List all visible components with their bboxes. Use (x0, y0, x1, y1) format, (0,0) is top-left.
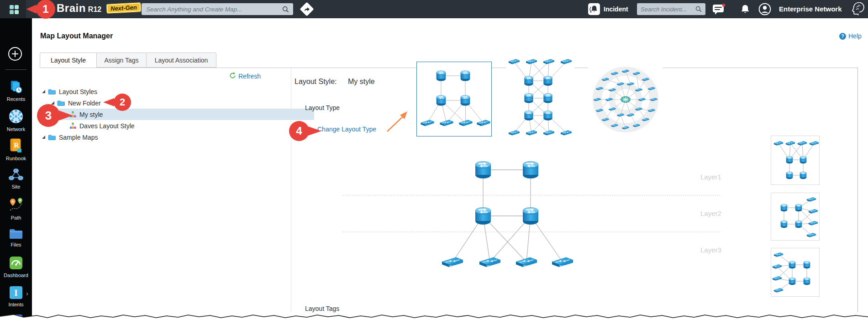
path-pins-icon: A B (8, 197, 24, 214)
sidebar-item-files[interactable]: Files (0, 227, 32, 247)
sidebar-divider (5, 69, 26, 70)
tree-item-sample-maps[interactable]: Sample Maps (40, 131, 287, 143)
app-launcher-tile[interactable] (0, 0, 26, 18)
layout-style-value: My style (348, 78, 375, 86)
sidebar-item-network[interactable]: Network (0, 109, 32, 132)
layout-type-symmetric-thumbnail[interactable] (506, 48, 574, 139)
incident-search-box (637, 3, 705, 15)
intents-expand-chevron[interactable]: › (26, 289, 28, 297)
tree-item-daves-layout-style[interactable]: Daves Layout Style (40, 120, 314, 131)
next-gen-badge: Next-Gen (106, 2, 142, 14)
radial-topology-preview (588, 62, 663, 137)
tab-layout-style[interactable]: Layout Style (40, 52, 97, 68)
incident-app-icon[interactable] (588, 3, 600, 17)
tree-item-my-style[interactable]: My style (40, 109, 314, 120)
svg-text:I: I (14, 288, 17, 298)
page-title: Map Layout Manager (40, 32, 113, 40)
network-globe-icon (8, 109, 24, 125)
layout-direction-option-up[interactable] (771, 136, 820, 185)
layout-type-label: Layout Type (305, 104, 340, 111)
torn-edge-decoration (0, 312, 868, 320)
layer1-label: Layer1 (700, 173, 721, 181)
layout-type-radial-thumbnail[interactable] (588, 62, 663, 137)
svg-text:R: R (14, 142, 19, 149)
layout-tags-label: Layout Tags (305, 305, 339, 312)
annotation-badge-1: 1 (36, 0, 55, 19)
right-border-line (857, 68, 858, 312)
messages-icon[interactable] (712, 4, 725, 17)
tab-bar: Layout Style Assign Tags Layout Associat… (40, 52, 216, 68)
layer2-label: Layer2 (700, 210, 721, 217)
netbrain-logo: Brain R12 (57, 2, 101, 15)
sidebar-item-runbook[interactable]: R Runbook (0, 138, 32, 161)
svg-text:A: A (11, 200, 14, 203)
site-tree-icon (8, 168, 24, 183)
sidebar-item-dashboard[interactable]: Dashboard (0, 256, 32, 278)
layout-style-icon (69, 122, 76, 129)
tree-item-new-folder[interactable]: New Folder (40, 97, 296, 109)
tenant-name-label[interactable]: Enterprise Network (779, 5, 842, 13)
sidebar-item-recents[interactable]: Recents (0, 79, 32, 102)
switch-device-label: EX (487, 264, 492, 268)
sidebar-item-path[interactable]: A B Path (0, 197, 32, 220)
incident-search-icon[interactable] (695, 6, 702, 12)
folder-icon (48, 89, 56, 94)
refresh-button[interactable]: Refresh (229, 72, 261, 80)
switch-device-label: EX (450, 264, 455, 268)
top-navigation-bar: Brain R12 Next-Gen Incident (0, 0, 868, 18)
hierarchical-topology-preview (417, 62, 491, 136)
incident-search-input[interactable] (637, 6, 695, 13)
create-new-icon[interactable] (8, 47, 22, 63)
switch-device-label: EX (560, 264, 565, 268)
recents-icon (9, 79, 23, 95)
symmetric-topology-preview (506, 48, 574, 139)
user-profile-icon[interactable] (758, 3, 771, 17)
global-search-input[interactable] (142, 6, 282, 13)
app-grid-icon (10, 5, 19, 14)
refresh-icon (229, 72, 236, 80)
dashboard-gauge-icon (9, 256, 23, 271)
notifications-bell-icon[interactable] (740, 4, 751, 17)
change-layout-type-link[interactable]: Change Layout Type (317, 126, 376, 133)
global-search-box (142, 3, 293, 15)
switch-device-label: EX (524, 264, 529, 268)
tab-assign-tags[interactable]: Assign Tags (96, 52, 147, 68)
annotation-badge-4: 4 (289, 121, 309, 141)
layout-direction-option-right[interactable] (771, 193, 820, 241)
layout-preview-canvas: EX EX EX EX (338, 151, 740, 280)
runbook-icon: R (9, 138, 23, 154)
help-link[interactable]: ? Help (839, 32, 862, 40)
logo-version-text: R12 (88, 5, 101, 14)
tree-item-layout-styles[interactable]: Layout Styles (40, 86, 287, 97)
sidebar-item-site[interactable]: Site (0, 168, 32, 189)
layer3-label: Layer3 (700, 246, 721, 254)
logo-brand-text: Brain (57, 2, 86, 15)
annotation-badge-3: 3 (37, 104, 60, 127)
expand-triangle-icon[interactable] (51, 101, 54, 105)
tab-layout-association[interactable]: Layout Association (146, 52, 216, 68)
ai-assistant-head-icon[interactable] (850, 1, 865, 19)
layout-type-hierarchical-thumbnail[interactable] (416, 62, 492, 136)
share-map-icon[interactable] (300, 2, 314, 16)
expand-triangle-icon[interactable] (42, 90, 45, 93)
layout-direction-option-left[interactable] (771, 248, 820, 297)
expand-triangle-icon[interactable] (42, 136, 45, 139)
intents-icon: I (9, 286, 23, 300)
annotation-arrow (383, 109, 411, 137)
help-icon: ? (839, 33, 846, 40)
layout-style-label: Layout Style: (295, 78, 337, 86)
incident-label[interactable]: Incident (604, 5, 628, 13)
folder-icon (57, 100, 65, 106)
annotation-badge-2: 2 (114, 94, 131, 111)
search-icon[interactable] (282, 6, 289, 13)
svg-text:B: B (19, 199, 21, 202)
left-sidebar: Recents Network R (0, 18, 32, 320)
files-folder-icon (9, 227, 23, 241)
folder-icon (48, 134, 56, 140)
